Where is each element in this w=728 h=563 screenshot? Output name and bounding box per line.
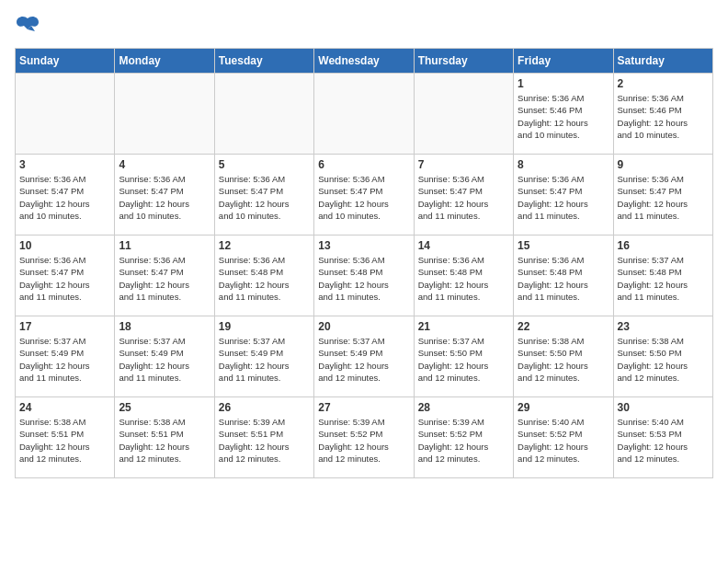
calendar-day-cell: 3Sunrise: 5:36 AM Sunset: 5:47 PM Daylig… <box>16 155 115 236</box>
day-header-thursday: Thursday <box>414 49 513 74</box>
calendar-day-cell: 16Sunrise: 5:37 AM Sunset: 5:48 PM Dayli… <box>613 236 712 316</box>
day-info: Sunrise: 5:39 AM Sunset: 5:52 PM Dayligh… <box>318 416 409 465</box>
calendar-day-cell: 13Sunrise: 5:36 AM Sunset: 5:48 PM Dayli… <box>314 236 414 316</box>
calendar-week-row: 17Sunrise: 5:37 AM Sunset: 5:49 PM Dayli… <box>16 316 713 397</box>
day-number: 18 <box>119 320 210 333</box>
calendar-day-cell: 11Sunrise: 5:36 AM Sunset: 5:47 PM Dayli… <box>115 236 214 316</box>
day-number: 11 <box>119 239 210 252</box>
day-info: Sunrise: 5:36 AM Sunset: 5:47 PM Dayligh… <box>518 173 609 222</box>
calendar-day-cell: 9Sunrise: 5:36 AM Sunset: 5:47 PM Daylig… <box>613 155 712 236</box>
calendar-day-cell: 19Sunrise: 5:37 AM Sunset: 5:49 PM Dayli… <box>214 316 313 397</box>
day-number: 12 <box>219 239 310 252</box>
calendar-day-cell: 6Sunrise: 5:36 AM Sunset: 5:47 PM Daylig… <box>314 155 414 236</box>
calendar-day-cell: 14Sunrise: 5:36 AM Sunset: 5:48 PM Dayli… <box>414 236 513 316</box>
calendar-day-cell: 1Sunrise: 5:36 AM Sunset: 5:46 PM Daylig… <box>514 74 613 155</box>
header <box>15 15 713 37</box>
calendar-day-cell: 2Sunrise: 5:36 AM Sunset: 5:46 PM Daylig… <box>613 74 712 155</box>
day-info: Sunrise: 5:37 AM Sunset: 5:50 PM Dayligh… <box>418 335 509 384</box>
calendar-week-row: 10Sunrise: 5:36 AM Sunset: 5:47 PM Dayli… <box>16 236 713 316</box>
day-info: Sunrise: 5:36 AM Sunset: 5:48 PM Dayligh… <box>418 254 509 303</box>
calendar-week-row: 3Sunrise: 5:36 AM Sunset: 5:47 PM Daylig… <box>16 155 713 236</box>
calendar-day-cell <box>314 74 414 155</box>
calendar-day-cell: 26Sunrise: 5:39 AM Sunset: 5:51 PM Dayli… <box>214 397 313 478</box>
day-number: 10 <box>19 239 110 252</box>
day-number: 19 <box>219 320 310 333</box>
day-header-friday: Friday <box>514 49 613 74</box>
calendar-day-cell: 25Sunrise: 5:38 AM Sunset: 5:51 PM Dayli… <box>115 397 214 478</box>
calendar-day-cell <box>214 74 313 155</box>
day-number: 3 <box>19 158 110 171</box>
day-number: 1 <box>518 77 609 90</box>
day-info: Sunrise: 5:36 AM Sunset: 5:47 PM Dayligh… <box>418 173 509 222</box>
day-info: Sunrise: 5:36 AM Sunset: 5:46 PM Dayligh… <box>618 92 709 141</box>
day-info: Sunrise: 5:36 AM Sunset: 5:48 PM Dayligh… <box>318 254 409 303</box>
day-number: 28 <box>418 401 509 414</box>
day-number: 21 <box>418 320 509 333</box>
calendar-day-cell: 12Sunrise: 5:36 AM Sunset: 5:48 PM Dayli… <box>214 236 313 316</box>
day-header-wednesday: Wednesday <box>314 49 414 74</box>
day-info: Sunrise: 5:38 AM Sunset: 5:51 PM Dayligh… <box>119 416 210 465</box>
day-info: Sunrise: 5:38 AM Sunset: 5:50 PM Dayligh… <box>518 335 609 384</box>
day-number: 4 <box>119 158 210 171</box>
calendar-day-cell <box>414 74 513 155</box>
calendar-day-cell: 4Sunrise: 5:36 AM Sunset: 5:47 PM Daylig… <box>115 155 214 236</box>
day-info: Sunrise: 5:36 AM Sunset: 5:47 PM Dayligh… <box>119 254 210 303</box>
day-number: 17 <box>19 320 110 333</box>
day-number: 29 <box>518 401 609 414</box>
day-number: 8 <box>518 158 609 171</box>
day-info: Sunrise: 5:38 AM Sunset: 5:50 PM Dayligh… <box>618 335 709 384</box>
calendar-day-cell: 27Sunrise: 5:39 AM Sunset: 5:52 PM Dayli… <box>314 397 414 478</box>
day-number: 27 <box>318 401 409 414</box>
day-number: 30 <box>618 401 709 414</box>
day-number: 24 <box>19 401 110 414</box>
logo-bird-icon <box>15 15 40 37</box>
day-info: Sunrise: 5:40 AM Sunset: 5:52 PM Dayligh… <box>518 416 609 465</box>
day-info: Sunrise: 5:36 AM Sunset: 5:47 PM Dayligh… <box>19 254 110 303</box>
calendar-day-cell <box>16 74 115 155</box>
calendar-header-row: SundayMondayTuesdayWednesdayThursdayFrid… <box>16 49 713 74</box>
calendar-day-cell: 28Sunrise: 5:39 AM Sunset: 5:52 PM Dayli… <box>414 397 513 478</box>
day-info: Sunrise: 5:36 AM Sunset: 5:47 PM Dayligh… <box>19 173 110 222</box>
day-info: Sunrise: 5:38 AM Sunset: 5:51 PM Dayligh… <box>19 416 110 465</box>
day-number: 9 <box>618 158 709 171</box>
day-number: 2 <box>618 77 709 90</box>
day-info: Sunrise: 5:37 AM Sunset: 5:49 PM Dayligh… <box>19 335 110 384</box>
day-number: 26 <box>219 401 310 414</box>
day-number: 25 <box>119 401 210 414</box>
day-number: 7 <box>418 158 509 171</box>
calendar-day-cell: 5Sunrise: 5:36 AM Sunset: 5:47 PM Daylig… <box>214 155 313 236</box>
calendar-table: SundayMondayTuesdayWednesdayThursdayFrid… <box>15 48 713 478</box>
day-number: 14 <box>418 239 509 252</box>
day-info: Sunrise: 5:36 AM Sunset: 5:48 PM Dayligh… <box>219 254 310 303</box>
day-number: 13 <box>318 239 409 252</box>
calendar-week-row: 24Sunrise: 5:38 AM Sunset: 5:51 PM Dayli… <box>16 397 713 478</box>
calendar-week-row: 1Sunrise: 5:36 AM Sunset: 5:46 PM Daylig… <box>16 74 713 155</box>
calendar-day-cell: 21Sunrise: 5:37 AM Sunset: 5:50 PM Dayli… <box>414 316 513 397</box>
day-header-monday: Monday <box>115 49 214 74</box>
calendar-day-cell: 24Sunrise: 5:38 AM Sunset: 5:51 PM Dayli… <box>16 397 115 478</box>
calendar-day-cell: 23Sunrise: 5:38 AM Sunset: 5:50 PM Dayli… <box>613 316 712 397</box>
day-info: Sunrise: 5:40 AM Sunset: 5:53 PM Dayligh… <box>618 416 709 465</box>
calendar-day-cell: 29Sunrise: 5:40 AM Sunset: 5:52 PM Dayli… <box>514 397 613 478</box>
day-info: Sunrise: 5:39 AM Sunset: 5:51 PM Dayligh… <box>219 416 310 465</box>
day-number: 5 <box>219 158 310 171</box>
calendar-day-cell <box>115 74 214 155</box>
day-number: 23 <box>618 320 709 333</box>
logo <box>15 15 44 37</box>
day-info: Sunrise: 5:36 AM Sunset: 5:47 PM Dayligh… <box>318 173 409 222</box>
calendar-day-cell: 7Sunrise: 5:36 AM Sunset: 5:47 PM Daylig… <box>414 155 513 236</box>
day-info: Sunrise: 5:37 AM Sunset: 5:49 PM Dayligh… <box>318 335 409 384</box>
calendar-day-cell: 30Sunrise: 5:40 AM Sunset: 5:53 PM Dayli… <box>613 397 712 478</box>
day-info: Sunrise: 5:37 AM Sunset: 5:49 PM Dayligh… <box>119 335 210 384</box>
calendar-day-cell: 18Sunrise: 5:37 AM Sunset: 5:49 PM Dayli… <box>115 316 214 397</box>
day-header-saturday: Saturday <box>613 49 712 74</box>
day-info: Sunrise: 5:39 AM Sunset: 5:52 PM Dayligh… <box>418 416 509 465</box>
day-info: Sunrise: 5:36 AM Sunset: 5:48 PM Dayligh… <box>518 254 609 303</box>
day-number: 6 <box>318 158 409 171</box>
day-header-tuesday: Tuesday <box>214 49 313 74</box>
calendar-day-cell: 10Sunrise: 5:36 AM Sunset: 5:47 PM Dayli… <box>16 236 115 316</box>
day-number: 20 <box>318 320 409 333</box>
day-info: Sunrise: 5:37 AM Sunset: 5:49 PM Dayligh… <box>219 335 310 384</box>
day-info: Sunrise: 5:36 AM Sunset: 5:47 PM Dayligh… <box>219 173 310 222</box>
calendar-day-cell: 8Sunrise: 5:36 AM Sunset: 5:47 PM Daylig… <box>514 155 613 236</box>
